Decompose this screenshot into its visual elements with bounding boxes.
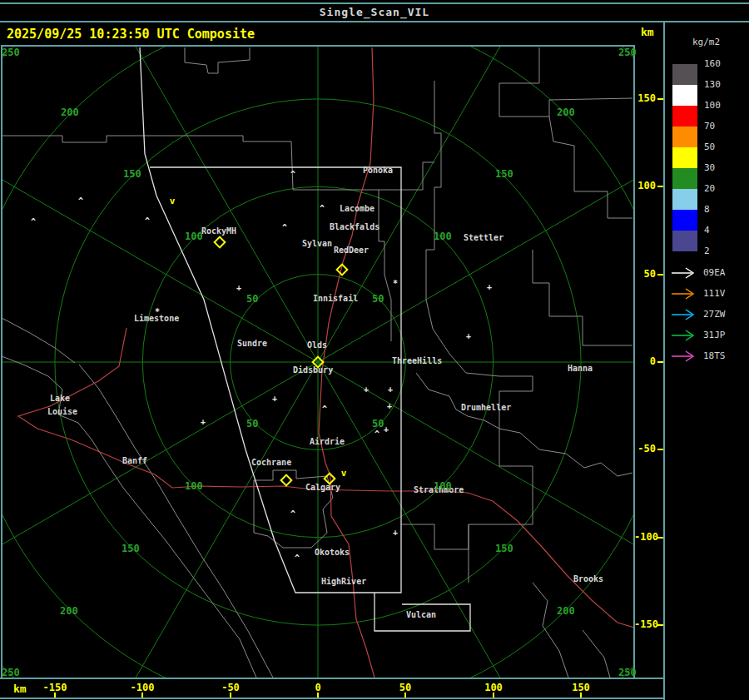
bottom-axis-tick-label: 150 [572, 682, 590, 693]
bottom-axis-tick-label: -100 [131, 682, 155, 693]
legend-swatch [672, 168, 697, 189]
legend-swatch [672, 147, 697, 168]
bottom-axis-unit: km [13, 683, 27, 695]
legend-value: 8 [704, 204, 710, 215]
county-boundary-line [401, 524, 469, 549]
bottom-axis-top-rule [0, 678, 664, 679]
legend-value: 20 [704, 183, 715, 194]
right-axis-tick-label: 100 [634, 180, 656, 191]
county-boundary-line [549, 117, 632, 218]
radar-site-arrow [671, 267, 699, 279]
legend-value: 100 [704, 100, 721, 111]
legend-value: 30 [704, 162, 715, 173]
county-boundary-line [185, 47, 250, 73]
radial-line [0, 71, 318, 362]
radar-app-window: Single_Scan_VIL 2025/09/25 10:23:50 UTC … [0, 0, 749, 700]
sidebar-divider [663, 22, 665, 700]
legend-swatch [672, 210, 697, 231]
bottom-axis-bottom-rule [0, 698, 664, 699]
bottom-axis-tick [230, 693, 231, 698]
radar-site-arrow [671, 350, 699, 362]
radial-line [0, 362, 318, 653]
county-boundary-line [583, 630, 610, 678]
legend-value: 50 [704, 141, 715, 152]
bottom-axis-tick-label: -150 [43, 682, 67, 693]
bottom-axis-tick-label: 100 [484, 682, 503, 693]
radial-line [318, 362, 749, 653]
legend-swatch [672, 106, 697, 127]
radar-site-arrow [671, 330, 699, 341]
right-axis-tick [657, 274, 663, 276]
right-axis-tick-label: -50 [634, 443, 656, 454]
bottom-axis-tick [141, 693, 143, 698]
bottom-axis-tick-label: 50 [399, 682, 411, 693]
right-axis-tick-label: 50 [634, 268, 656, 280]
legend-swatch [672, 231, 697, 251]
county-boundary-line [379, 190, 391, 341]
radar-site-id: 31JP [703, 330, 726, 340]
radial-line [27, 0, 318, 362]
right-axis-tick [657, 186, 663, 187]
radial-line [27, 362, 318, 700]
radar-site-id: 27ZW [703, 309, 726, 320]
radial-line [318, 362, 609, 700]
right-axis-tick-label: 150 [634, 92, 656, 104]
legend-value: 70 [704, 121, 715, 132]
legend-value: 2 [704, 246, 710, 256]
right-axis-tick [657, 624, 663, 626]
right-axis-tick-label: 0 [634, 355, 656, 367]
legend-swatch [672, 85, 697, 106]
radar-site-id: 09EA [703, 267, 726, 278]
bottom-axis-tick [404, 693, 406, 698]
county-boundary-line [2, 356, 256, 678]
bottom-axis-tick-label: -50 [221, 682, 240, 693]
radar-site-id: 111V [703, 288, 726, 299]
highway-line [18, 328, 634, 628]
right-axis-tick [657, 449, 663, 450]
right-axis-tick [657, 537, 663, 539]
county-boundary-line [291, 141, 434, 190]
right-axis-tick [657, 98, 663, 100]
right-axis-tick-label: -100 [634, 531, 656, 543]
radial-line [318, 0, 609, 362]
bottom-axis-tick-label: 0 [315, 682, 320, 693]
right-axis-tick [657, 361, 663, 363]
legend-value: 4 [704, 225, 710, 236]
legend-unit-label: kg/m2 [692, 37, 720, 47]
bottom-axis-tick [493, 693, 494, 698]
county-boundary-line [416, 373, 632, 476]
right-axis-tick-label: -150 [634, 618, 656, 630]
county-boundary-line [533, 583, 568, 678]
bottom-axis-tick [54, 693, 56, 698]
bottom-axis-tick [580, 693, 582, 698]
county-boundary-line [2, 318, 75, 363]
legend-swatch [672, 64, 697, 85]
radar-site-id: 18TS [703, 350, 726, 361]
county-boundary-line [533, 250, 632, 345]
radar-site-arrow [671, 288, 699, 300]
legend-value: 130 [704, 79, 721, 90]
county-boundary-line [426, 81, 533, 376]
radar-coverage-boundary [374, 593, 470, 631]
legend-swatch [672, 127, 697, 147]
county-boundary-line [499, 47, 632, 117]
legend-value: 160 [704, 58, 721, 69]
radar-coverage-boundary [140, 47, 401, 593]
range-ring [0, 12, 668, 700]
radar-site-arrow [671, 309, 699, 320]
radar-map-canvas[interactable] [0, 0, 749, 700]
bottom-axis-tick [317, 693, 319, 698]
legend-swatch [672, 189, 697, 210]
